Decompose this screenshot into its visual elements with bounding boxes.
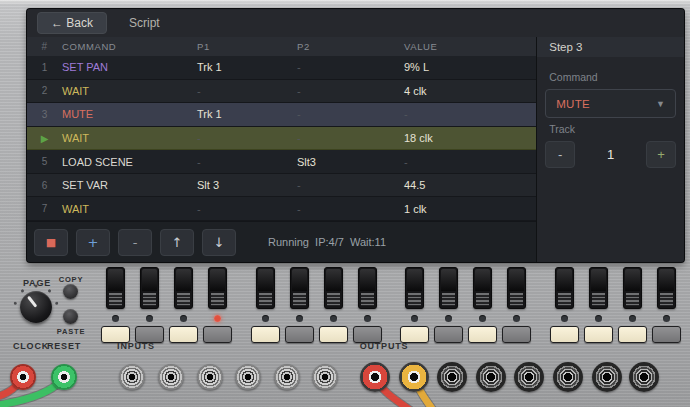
table-row[interactable]: ▶WAIT--18 clk bbox=[27, 127, 536, 151]
p2-cell: - bbox=[297, 203, 404, 215]
channel-group bbox=[549, 267, 682, 343]
input-jack-1[interactable] bbox=[119, 364, 145, 390]
move-up-button[interactable]: ↑ bbox=[160, 229, 194, 256]
table-body: 1SET PANTrk 1-9% L2WAIT--4 clk3MUTETrk 1… bbox=[27, 56, 536, 221]
channel-group bbox=[399, 267, 532, 343]
fader-slider[interactable] bbox=[290, 267, 309, 309]
fader-slider[interactable] bbox=[507, 267, 526, 309]
track-increment-button[interactable]: + bbox=[646, 141, 676, 168]
channel-led bbox=[513, 315, 520, 322]
output-jack-2[interactable] bbox=[399, 362, 429, 392]
value-cell: - bbox=[404, 156, 536, 168]
channel-led bbox=[296, 315, 303, 322]
channel bbox=[549, 267, 580, 343]
input-jack-2[interactable] bbox=[158, 364, 184, 390]
channel-button[interactable] bbox=[203, 326, 232, 343]
input-jack-3[interactable] bbox=[197, 364, 223, 390]
channel bbox=[651, 267, 682, 343]
knob-tick bbox=[35, 285, 38, 288]
p2-cell: - bbox=[297, 132, 404, 144]
fader-slider[interactable] bbox=[439, 267, 458, 309]
table-row[interactable]: 7WAIT--1 clk bbox=[27, 197, 536, 221]
channel-button[interactable] bbox=[434, 326, 463, 343]
stop-button[interactable]: ■ bbox=[34, 229, 68, 256]
channel-button[interactable] bbox=[319, 326, 348, 343]
chevron-down-icon: ▼ bbox=[656, 99, 665, 109]
copy-label: COPY bbox=[59, 275, 83, 284]
p2-cell: - bbox=[297, 61, 404, 73]
p2-cell: - bbox=[297, 179, 404, 191]
page-knob[interactable] bbox=[20, 291, 52, 323]
output-jack-7[interactable] bbox=[592, 362, 622, 392]
command-cell: SET PAN bbox=[62, 61, 197, 73]
channel bbox=[134, 267, 165, 343]
fader-slider[interactable] bbox=[106, 267, 125, 309]
output-jack-4[interactable] bbox=[476, 362, 506, 392]
command-dropdown[interactable]: MUTE ▼ bbox=[545, 89, 676, 118]
channel-button[interactable] bbox=[584, 326, 613, 343]
command-cell: WAIT bbox=[62, 203, 197, 215]
channel-button[interactable] bbox=[618, 326, 647, 343]
table-row[interactable]: 2WAIT--4 clk bbox=[27, 80, 536, 104]
channel-led bbox=[214, 315, 221, 322]
input-jack-6[interactable] bbox=[312, 364, 338, 390]
tab-script[interactable]: Script bbox=[129, 16, 160, 30]
channel-button[interactable] bbox=[652, 326, 681, 343]
fader-slider[interactable] bbox=[208, 267, 227, 309]
channel-button[interactable] bbox=[285, 326, 314, 343]
fader-slider[interactable] bbox=[473, 267, 492, 309]
row-num: 1 bbox=[27, 62, 62, 73]
channel bbox=[467, 267, 498, 343]
add-step-button[interactable]: + bbox=[76, 229, 110, 256]
output-jack-5[interactable] bbox=[514, 362, 544, 392]
fader-slider[interactable] bbox=[256, 267, 275, 309]
track-decrement-button[interactable]: - bbox=[545, 141, 575, 168]
channel-led bbox=[561, 315, 568, 322]
channel bbox=[318, 267, 349, 343]
fader-slider[interactable] bbox=[589, 267, 608, 309]
command-dropdown-value: MUTE bbox=[556, 98, 590, 110]
command-cell: WAIT bbox=[62, 85, 197, 97]
reset-jack[interactable] bbox=[51, 364, 77, 390]
reset-label: RESET bbox=[47, 341, 81, 351]
move-down-button[interactable]: ↓ bbox=[202, 229, 236, 256]
knob-tick bbox=[47, 289, 51, 293]
channel bbox=[583, 267, 614, 343]
fader-slider[interactable] bbox=[358, 267, 377, 309]
fader-slider[interactable] bbox=[405, 267, 424, 309]
table-row[interactable]: 6SET VARSlt 3-44.5 bbox=[27, 174, 536, 198]
fader-slider[interactable] bbox=[657, 267, 676, 309]
output-jack-3[interactable] bbox=[437, 362, 467, 392]
p2-cell: Slt3 bbox=[297, 156, 404, 168]
fader-slider[interactable] bbox=[140, 267, 159, 309]
channel-button[interactable] bbox=[468, 326, 497, 343]
remove-step-button[interactable]: - bbox=[118, 229, 152, 256]
back-button[interactable]: ← Back bbox=[37, 12, 107, 34]
fader-slider[interactable] bbox=[324, 267, 343, 309]
channel bbox=[284, 267, 315, 343]
fader-slider[interactable] bbox=[555, 267, 574, 309]
channel-button[interactable] bbox=[550, 326, 579, 343]
paste-button[interactable] bbox=[63, 309, 78, 324]
channel-button[interactable] bbox=[169, 326, 198, 343]
output-jack-1[interactable] bbox=[360, 362, 390, 392]
channel bbox=[100, 267, 131, 343]
input-jack-5[interactable] bbox=[274, 364, 300, 390]
output-jack-8[interactable] bbox=[629, 362, 659, 392]
copy-button[interactable] bbox=[63, 284, 78, 299]
output-jack-6[interactable] bbox=[553, 362, 583, 392]
fader-slider[interactable] bbox=[623, 267, 642, 309]
input-jack-4[interactable] bbox=[235, 364, 261, 390]
table-row[interactable]: 3MUTETrk 1-- bbox=[27, 103, 536, 127]
table-row[interactable]: 5LOAD SCENE-Slt3- bbox=[27, 150, 536, 174]
fader-slider[interactable] bbox=[174, 267, 193, 309]
channel bbox=[501, 267, 532, 343]
clock-jack[interactable] bbox=[10, 364, 36, 390]
channel-button[interactable] bbox=[251, 326, 280, 343]
command-label: Command bbox=[549, 71, 672, 83]
script-table: # COMMAND P1 P2 VALUE 1SET PANTrk 1-9% L… bbox=[27, 37, 536, 262]
p1-cell: Trk 1 bbox=[197, 61, 297, 73]
value-cell: 44.5 bbox=[404, 179, 536, 191]
table-row[interactable]: 1SET PANTrk 1-9% L bbox=[27, 56, 536, 80]
channel-button[interactable] bbox=[502, 326, 531, 343]
